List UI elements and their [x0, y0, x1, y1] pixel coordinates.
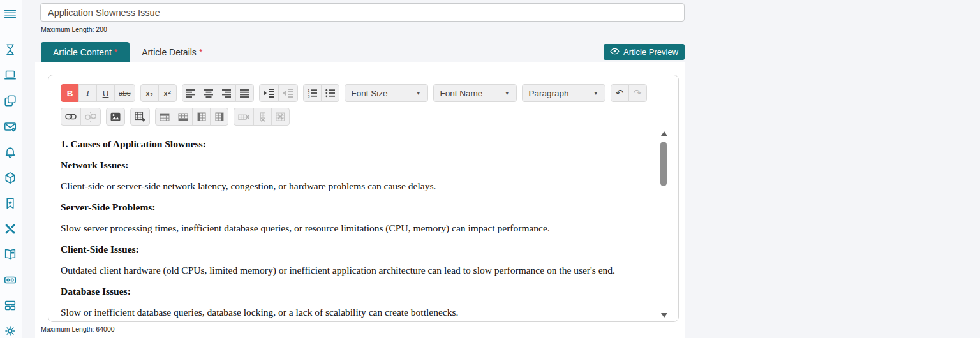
delete-column-button[interactable] [253, 108, 272, 126]
insert-link-button[interactable] [61, 108, 81, 126]
insert-row-below-button[interactable] [174, 108, 193, 126]
editor-paragraph: Outdated client hardware (old CPUs, limi… [61, 264, 640, 276]
article-content-panel: B I U abc x₂ x² 123 [35, 62, 685, 338]
title-max-length-label: Maximum Length: 200 [41, 26, 107, 33]
package-icon[interactable] [3, 170, 18, 186]
bell-icon[interactable] [3, 145, 18, 160]
font-size-label: Font Size [352, 89, 388, 98]
preview-button-label: Article Preview [623, 47, 678, 57]
editor-paragraph: Slow server processing times, inefficien… [61, 222, 640, 234]
editor-scrollbar[interactable] [660, 131, 668, 318]
required-marker: * [114, 47, 117, 57]
align-right-button[interactable] [218, 84, 236, 102]
editor-paragraph: Client-side or server-side network laten… [61, 180, 640, 192]
dashboard-icon[interactable] [3, 298, 18, 313]
remove-link-button[interactable] [80, 108, 101, 126]
tab-label: Article Details [142, 47, 197, 57]
editor-content-area[interactable]: 1. Causes of Application Slowness: Netwo… [48, 129, 678, 321]
scroll-down-arrow[interactable] [661, 313, 667, 318]
strikethrough-button[interactable]: abc [114, 84, 135, 102]
editor-max-length-label: Maximum Length: 64000 [41, 325, 115, 333]
laptop-icon[interactable] [3, 68, 18, 83]
underline-button[interactable]: U [96, 84, 115, 102]
book-icon[interactable] [3, 247, 18, 262]
font-name-label: Font Name [440, 89, 483, 98]
insert-row-above-button[interactable] [155, 108, 174, 126]
editor-heading: 1. Causes of Application Slowness: [61, 138, 640, 150]
editor-heading: Client-Side Issues: [61, 243, 640, 255]
align-left-button[interactable] [182, 84, 200, 102]
delete-table-button[interactable] [271, 108, 290, 126]
required-marker: * [199, 47, 202, 57]
editor-heading: Network Issues: [61, 159, 640, 171]
font-size-dropdown[interactable]: Font Size ▼ [345, 84, 428, 102]
caret-down-icon: ▼ [593, 91, 598, 96]
font-name-dropdown[interactable]: Font Name ▼ [433, 84, 517, 102]
copy-icon[interactable] [3, 93, 18, 108]
caret-down-icon: ▼ [416, 91, 421, 96]
insert-image-button[interactable] [106, 108, 125, 126]
align-center-button[interactable] [200, 84, 218, 102]
design-tools-icon[interactable] [3, 221, 18, 237]
vr-headset-icon[interactable] [3, 272, 18, 288]
bullet-list-button[interactable] [321, 84, 339, 102]
article-title-input[interactable] [40, 3, 685, 22]
article-preview-button[interactable]: Article Preview [604, 44, 685, 60]
tab-bar: Article Content * Article Details * [35, 42, 685, 62]
tab-article-details[interactable]: Article Details * [130, 42, 214, 62]
paragraph-format-dropdown[interactable]: Paragraph ▼ [522, 84, 605, 102]
rich-text-editor: B I U abc x₂ x² 123 [48, 75, 679, 322]
redo-button[interactable]: ↷ [628, 84, 647, 102]
numbered-list-button[interactable]: 123 [303, 84, 322, 102]
svg-text:3: 3 [308, 94, 310, 98]
delete-row-button[interactable] [234, 108, 254, 126]
insert-column-right-button[interactable] [210, 108, 228, 126]
insert-table-button[interactable] [130, 108, 150, 126]
paragraph-label: Paragraph [529, 89, 569, 98]
superscript-button[interactable]: x² [158, 84, 177, 102]
settings-gear-icon[interactable] [3, 323, 18, 338]
editor-heading: Database Issues: [61, 285, 640, 297]
bookmark-star-icon[interactable] [3, 196, 18, 211]
subscript-button[interactable]: x₂ [140, 84, 159, 102]
editor-paragraph: Slow or inefficient database queries, da… [61, 306, 640, 318]
align-justify-button[interactable] [235, 84, 254, 102]
undo-button[interactable]: ↶ [611, 84, 629, 102]
italic-button[interactable]: I [78, 84, 97, 102]
eye-icon [610, 47, 620, 57]
sidebar [0, 0, 22, 338]
scrollbar-thumb[interactable] [660, 142, 667, 186]
hourglass-icon[interactable] [3, 42, 18, 57]
tab-article-content[interactable]: Article Content * [41, 42, 130, 62]
editor-toolbar-row-2 [61, 108, 295, 126]
editor-toolbar-row-1: B I U abc x₂ x² 123 [61, 84, 652, 102]
insert-column-left-button[interactable] [192, 108, 211, 126]
bold-button[interactable]: B [61, 84, 79, 102]
editor-heading: Server-Side Problems: [61, 201, 640, 213]
tab-label: Article Content [53, 47, 112, 57]
mail-settings-icon[interactable] [3, 119, 18, 135]
caret-down-icon: ▼ [505, 91, 510, 96]
indent-button[interactable] [259, 84, 279, 102]
scroll-up-arrow[interactable] [661, 131, 667, 136]
menu-icon[interactable] [3, 6, 18, 22]
outdent-button[interactable] [278, 84, 298, 102]
